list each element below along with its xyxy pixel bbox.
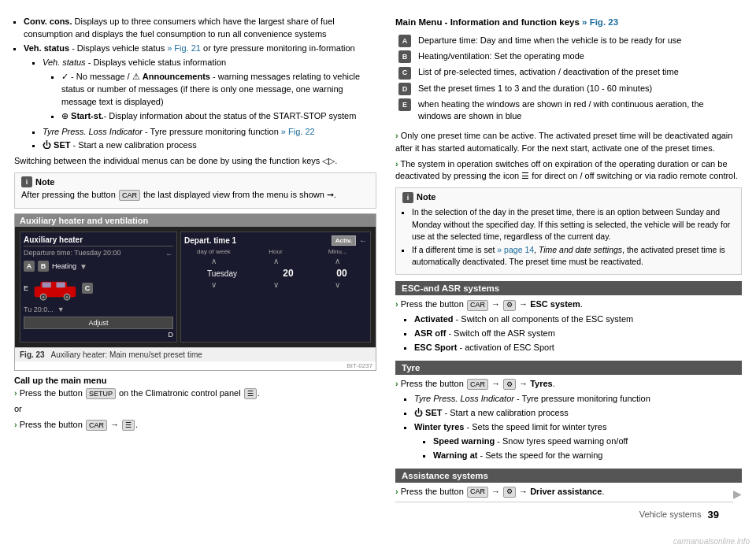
bit-label: BIT-0237 — [15, 361, 376, 370]
key-text-e: when heating the windows are shown in re… — [417, 98, 740, 124]
key-label-a: A — [398, 35, 411, 47]
veh-status-italic: Veh. status — [43, 57, 86, 67]
aux-heating-label: Heating — [52, 262, 76, 270]
tyre-loss-item: Tyre Press. Loss Indicator - Tyre pressu… — [414, 393, 742, 406]
esc-settings-icon: ⚙ — [503, 300, 516, 311]
veh-status-label: Veh. status — [24, 43, 69, 53]
tyre-settings-icon: ⚙ — [503, 379, 516, 390]
right-note-label: Note — [417, 191, 435, 204]
press-setup-row: › Press the button SETUP on the Climatro… — [14, 387, 376, 400]
esc-section-header: ESC-and ASR systems — [395, 281, 742, 295]
depart-nav-arrow[interactable]: ← — [359, 236, 367, 245]
aux-a-label: A — [24, 261, 35, 272]
aux-adjust-btn[interactable]: Adjust — [24, 317, 173, 329]
note-body: After pressing the button CAR the last d… — [21, 189, 369, 202]
checkmark-item: ✓ - No message / ⚠ Announcements - warni… — [61, 71, 376, 109]
esc-asr-off-item: ASR off - Switch off the ASR system — [414, 328, 742, 340]
right-note-item-2: If a different time is set » page 14, Ti… — [412, 244, 735, 268]
aux-row-values: Tuesday 20 00 — [184, 268, 367, 279]
min-col-label: Minu... — [308, 248, 367, 255]
clim-icon-key: ☰ — [244, 388, 257, 399]
green-arrow-4: › — [395, 159, 398, 169]
hour-arrow-down[interactable]: ∨ — [246, 280, 306, 290]
only-preset-text: › Only one preset time can be active. Th… — [395, 130, 742, 155]
veh-status-text: - Displays vehicle status » Fig. 21 or t… — [72, 43, 355, 53]
fig22-link[interactable]: » Fig. 22 — [281, 127, 315, 136]
tyre-section-header: Tyre — [395, 361, 742, 375]
aux-b-label: B — [38, 261, 49, 272]
next-page-arrow[interactable]: ▶ — [733, 486, 742, 502]
hour-col: Hour ∧ — [246, 248, 306, 266]
start-st-item: ⊕ Start-st.- Display information about t… — [61, 110, 376, 123]
green-arrow-3: › — [395, 131, 398, 140]
note-icon: i — [21, 176, 32, 187]
car-key-inline: CAR — [119, 190, 140, 201]
note-label: Note — [35, 177, 54, 187]
switching-text: Switching between the individual menus c… — [14, 155, 376, 168]
fig21-link[interactable]: » Fig. 21 — [167, 43, 201, 53]
main-menu-title: Main Menu - Information and function key… — [395, 16, 742, 29]
conv-cons-label: Conv. cons. — [24, 17, 72, 26]
svg-rect-3 — [57, 283, 65, 288]
press-car-row: › Press the button CAR → ☰. — [14, 419, 376, 432]
min-arrow-down[interactable]: ∨ — [308, 280, 367, 290]
esc-activated-item: Activated - Switch on all components of … — [414, 313, 742, 326]
assist-press-row: › Press the button CAR → ⚙ → Driver assi… — [395, 486, 742, 498]
menu-icon-key: ☰ — [122, 420, 135, 431]
key-row-d: D Set the preset times 1 to 3 and the du… — [397, 82, 740, 96]
right-column: Main Menu - Information and function key… — [395, 16, 742, 536]
right-note-box: i Note In the selection of the day in th… — [395, 187, 742, 275]
page14-link[interactable]: » page 14 — [497, 245, 534, 254]
fig23-ref[interactable]: » Fig. 23 — [582, 17, 618, 27]
key-text-a: Departure time: Day and time when the ve… — [417, 34, 740, 48]
green-arrow-7: › — [395, 487, 398, 496]
aux-e-label: E — [24, 284, 28, 292]
green-arrow-2: › — [14, 420, 17, 429]
activ-btn[interactable]: Activ. — [332, 235, 356, 246]
day-arrow-up[interactable]: ∧ — [184, 257, 243, 266]
key-text-c: List of pre-selected times, activation /… — [417, 65, 740, 80]
aux-dropdown-icon[interactable]: ▼ — [80, 262, 87, 271]
key-row-e: E when heating the windows are shown in … — [397, 98, 740, 124]
day-col-label: day of week — [184, 248, 243, 255]
aux-dropdown2-icon[interactable]: ▼ — [57, 306, 65, 313]
call-menu-title: Call up the main menu — [14, 376, 376, 385]
svg-point-6 — [43, 296, 45, 298]
car-key-2: CAR — [86, 420, 107, 431]
hour-val: 20 — [263, 268, 313, 279]
aux-car-svg — [32, 274, 79, 302]
key-label-d: D — [398, 83, 411, 95]
min-arrow-up[interactable]: ∧ — [308, 257, 367, 266]
assist-section-header: Assistance systems — [395, 469, 742, 483]
day-arrow-down[interactable]: ∨ — [184, 280, 243, 290]
key-label-b: B — [398, 50, 411, 63]
min-col: Minu... ∧ — [308, 248, 367, 266]
esc-system-text: ESC system — [530, 299, 580, 309]
hour-col-label: Hour — [246, 248, 306, 255]
assist-settings-icon: ⚙ — [503, 487, 516, 498]
key-text-b: Heating/ventilation: Set the operating m… — [417, 50, 740, 64]
right-note-icon: i — [402, 192, 413, 203]
assist-driver-text: Driver assistance — [530, 487, 602, 496]
aux-c-label: C — [82, 283, 93, 294]
aux-nav-left[interactable]: ← — [165, 250, 173, 258]
aux-time-cols: day of week ∧ Hour ∧ Minu... ∧ — [184, 248, 367, 266]
key-text-d: Set the preset times 1 to 3 and the dura… — [417, 82, 740, 96]
watermark: carmanualsonline.info — [673, 537, 750, 546]
veh-status-sub: Veh. status - Displays vehicle status in… — [43, 57, 376, 123]
tyre-car-key: CAR — [467, 379, 488, 390]
aux-inner: Auxiliary heater Departure time: Tuesday… — [15, 227, 376, 347]
key-table: A Departure time: Day and time when the … — [395, 32, 742, 125]
svg-rect-2 — [43, 283, 51, 288]
left-note-box: i Note After pressing the button CAR the… — [14, 172, 376, 209]
hour-arrow-up[interactable]: ∧ — [246, 257, 306, 266]
key-row-a: A Departure time: Day and time when the … — [397, 34, 740, 48]
fig-caption-text: Auxiliary heater: Main menu/set preset t… — [50, 350, 202, 359]
assist-car-key: CAR — [467, 487, 488, 498]
esc-car-key: CAR — [467, 300, 488, 311]
aux-departure-time: Departure time: Tuesday 20:00 — [24, 249, 121, 257]
tuesday-val: Tuesday — [184, 269, 260, 278]
tyre-set-item: ⏻ SET - Start a new calibration process — [414, 407, 742, 420]
aux-d-label: D — [24, 331, 173, 339]
day-col: day of week ∧ — [184, 248, 243, 266]
